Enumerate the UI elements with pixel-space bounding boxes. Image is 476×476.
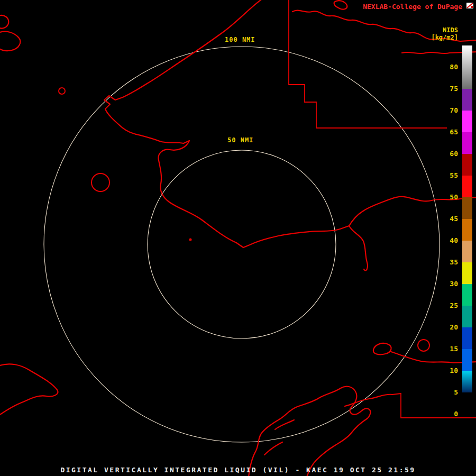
colorbar-tick-label: 60 [441, 149, 458, 159]
colorbar-tick-label: 15 [441, 344, 458, 354]
colorbar-segment [462, 306, 472, 327]
colorbar-tick-label: 80 [441, 62, 458, 72]
colorbar-segment [462, 349, 472, 371]
small-island [59, 88, 65, 94]
colorbar-tick-label: 45 [441, 214, 458, 224]
range-ring-50nmi [148, 150, 336, 338]
colorbar-tick-label: 25 [441, 301, 458, 310]
round-island-right [418, 340, 429, 351]
colorbar-segment [462, 89, 472, 111]
island-left-2 [0, 32, 20, 51]
colorbar-segment [462, 154, 472, 176]
islet-dot [189, 239, 192, 241]
colorbar-segment [462, 262, 472, 284]
island-left-1 [0, 15, 8, 29]
product-title: DIGITAL VERTICALLY INTEGRATED LIQUID (VI… [0, 466, 476, 474]
colorbar-segment [462, 392, 472, 414]
range-ring-label-100nmi: 100 NMI [223, 36, 257, 43]
island-bottom-right [373, 343, 391, 354]
delta-coast [249, 387, 370, 476]
colorbar-tick-label: 65 [441, 127, 458, 137]
boundary-top-right [289, 0, 447, 128]
round-island [91, 173, 109, 191]
nexlab-brand-text: NEXLAB-College of DuPage [363, 3, 462, 11]
colorbar-tick-label: 10 [441, 366, 458, 376]
cod-logo-icon [466, 2, 474, 10]
colorbar-segment [462, 241, 472, 262]
colorbar-units: [kg/m2] [431, 34, 458, 41]
colorbar-segment [462, 327, 472, 349]
colorbar-segment [462, 219, 472, 241]
radar-map [0, 0, 476, 476]
colorbar-segment [462, 45, 472, 89]
colorbar-segment [462, 132, 472, 154]
colorbar-tick-label: 30 [441, 279, 458, 289]
colorbar-segment [462, 284, 472, 306]
delta-inner-2 [264, 442, 282, 455]
colorbar-tick-label: 50 [441, 193, 458, 202]
colorbar-segment [462, 176, 472, 197]
colorbar-segment [462, 371, 472, 392]
colorbar-tick-label: 35 [441, 258, 458, 267]
range-ring-label-50nmi: 50 NMI [226, 136, 255, 144]
colorbar-gradient [462, 45, 472, 414]
colorbar-title: NIDS [443, 26, 458, 34]
colorbar-tick-label: 5 [441, 388, 458, 397]
colorbar-tick-label: 55 [441, 171, 458, 180]
colorbar-tick-label: 75 [441, 84, 458, 94]
colorbar-tick-label: 0 [441, 409, 458, 419]
island-top-right [334, 1, 347, 9]
coastline-inlet [349, 226, 368, 270]
colorbar-tick-label: 20 [441, 323, 458, 332]
colorbar-tick-label: 70 [441, 106, 458, 115]
range-ring-100nmi [44, 47, 440, 442]
colorbar-tick-label: 40 [441, 236, 458, 245]
radar-display: 100 NMI 50 NMI NEXLAB-College of DuPage … [0, 0, 476, 476]
island-bottom-left [0, 364, 58, 416]
delta-inner-1 [275, 420, 294, 429]
colorbar-segment [462, 111, 472, 132]
colorbar-segment [462, 197, 472, 219]
